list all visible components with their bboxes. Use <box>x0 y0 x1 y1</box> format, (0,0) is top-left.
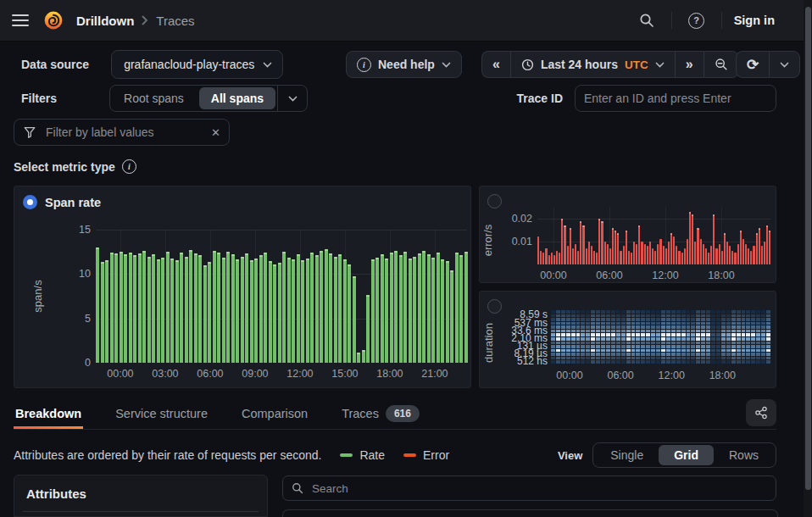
span-scope-toggle: Root spans All spans <box>109 85 308 112</box>
time-range-label: Last 24 hours <box>541 58 618 71</box>
tab-breakdown[interactable]: Breakdown <box>14 398 83 429</box>
filters-label: Filters <box>21 92 57 105</box>
share-button[interactable] <box>746 399 776 426</box>
error-legend-swatch <box>403 453 416 457</box>
chevron-right-icon <box>142 15 148 25</box>
span-rate-title: Span rate <box>45 196 101 209</box>
divider <box>671 12 672 29</box>
x-tick-label: 18:00 <box>708 270 734 281</box>
breadcrumb-page[interactable]: Traces <box>156 14 194 28</box>
funnel-icon <box>23 125 36 139</box>
clear-filter-icon[interactable]: ✕ <box>211 126 220 139</box>
refresh-icon: ⟳ <box>747 58 759 72</box>
trace-id-label: Trace ID <box>517 92 563 105</box>
view-option-rows[interactable]: Rows <box>714 445 774 465</box>
y-tick-label: 0 <box>18 357 91 369</box>
double-chevron-right-icon: » <box>686 58 693 71</box>
timezone-label: UTC <box>625 58 648 71</box>
double-chevron-left-icon: « <box>492 58 500 71</box>
breakdown-header-row: Attributes are ordered by their rate of … <box>14 440 776 470</box>
label-filter-input[interactable] <box>44 125 203 140</box>
scrollbar-thumb[interactable] <box>805 7 811 490</box>
clock-icon <box>521 58 534 71</box>
need-help-button[interactable]: i Need help <box>346 51 462 78</box>
legend-rate: Rate <box>340 448 385 462</box>
chevron-down-icon <box>263 62 272 68</box>
x-tick-label: 18:00 <box>376 368 403 380</box>
data-source-select[interactable]: grafanacloud-play-traces <box>111 50 283 79</box>
view-toggle-group: View Single Grid Rows <box>558 442 776 468</box>
time-forward-button[interactable]: » <box>675 51 704 78</box>
error-rate-panel: error/s 0.010.02 00:0006:0012:0018:00 <box>479 186 776 283</box>
y-tick-label: 15 <box>18 224 91 236</box>
x-tick-label: 12:00 <box>659 370 685 381</box>
menu-icon[interactable] <box>12 14 29 26</box>
chevron-down-icon <box>288 96 298 102</box>
time-picker-group: « Last 24 hours UTC » <box>481 51 739 78</box>
x-tick-label: 03:00 <box>152 368 178 380</box>
search-input[interactable] <box>310 481 767 496</box>
chevron-down-icon <box>780 62 789 68</box>
tab-comparison[interactable]: Comparison <box>240 398 309 429</box>
legend-error: Error <box>403 448 449 462</box>
view-label: View <box>558 449 582 462</box>
ordering-note: Attributes are ordered by their rate of … <box>14 448 321 462</box>
x-tick-label: 09:00 <box>242 368 268 380</box>
datasource-row: Data source grafanacloud-play-traces i N… <box>21 51 776 78</box>
x-tick-label: 21:00 <box>421 368 448 380</box>
y-tick-label: 512 ns <box>490 355 548 367</box>
search-icon <box>292 482 303 494</box>
time-range-button[interactable]: Last 24 hours UTC <box>510 51 675 78</box>
y-tick-label: 5 <box>18 313 91 325</box>
error_rate-bars <box>537 207 770 264</box>
info-icon[interactable]: i <box>122 159 136 174</box>
tab-bar: Breakdown Service structure Comparison T… <box>14 398 776 430</box>
x-tick-label: 06:00 <box>197 368 223 380</box>
search-icon[interactable] <box>634 8 659 33</box>
zoom-out-button[interactable] <box>704 51 739 78</box>
error-rate-radio[interactable] <box>487 194 502 208</box>
view-option-single[interactable]: Single <box>595 445 659 465</box>
duration-heatmap-plot[interactable] <box>551 310 770 364</box>
x-tick-label: 18:00 <box>709 370 736 381</box>
duration-panel: duration 8.59 s537 ms33.6 ms2.10 ms131 µ… <box>479 291 776 388</box>
breadcrumb: Drilldown Traces <box>76 14 195 28</box>
tab-service-structure[interactable]: Service structure <box>114 398 209 429</box>
need-help-label: Need help <box>378 58 435 71</box>
traces-count-badge: 616 <box>386 405 420 422</box>
y-tick-label: 0.01 <box>485 236 532 247</box>
time-back-button[interactable]: « <box>481 51 510 78</box>
x-tick-label: 15:00 <box>331 368 358 380</box>
grafana-logo[interactable] <box>42 9 64 31</box>
toggle-dropdown-button[interactable] <box>277 86 307 111</box>
trace-id-group: Trace ID <box>517 85 776 112</box>
toggle-root-spans[interactable]: Root spans <box>110 86 197 111</box>
y-tick-label: 0.02 <box>485 213 532 225</box>
error-rate-plot[interactable] <box>537 207 770 264</box>
metric-type-row: Select metric type i <box>14 159 136 174</box>
x-tick-label: 06:00 <box>596 270 622 281</box>
breadcrumb-app[interactable]: Drilldown <box>76 14 134 28</box>
span-rate-radio[interactable] <box>23 195 37 209</box>
refresh-button[interactable]: ⟳ <box>736 51 769 78</box>
span-rate-panel: Span rate span/s 051015 00:0003:0006:000… <box>14 186 471 388</box>
attribute-search-box <box>282 475 776 501</box>
view-option-grid[interactable]: Grid <box>659 445 714 465</box>
y-axis-label: span/s <box>31 280 44 312</box>
x-tick-label: 12:00 <box>286 368 313 380</box>
label-filter-box: ✕ <box>14 119 230 146</box>
refresh-interval-dropdown[interactable] <box>769 51 800 78</box>
tab-traces[interactable]: Traces 616 <box>340 398 421 429</box>
refresh-group: ⟳ <box>736 51 800 78</box>
share-icon <box>754 406 768 420</box>
x-tick-label: 00:00 <box>540 270 566 281</box>
toggle-all-spans[interactable]: All spans <box>199 87 275 109</box>
span-rate-plot[interactable] <box>96 230 467 363</box>
help-icon[interactable]: ? <box>684 8 709 33</box>
trace-id-input[interactable] <box>575 85 776 112</box>
attributes-panel: Attributes <box>14 475 268 517</box>
metric-type-label: Select metric type <box>14 160 115 174</box>
chevron-down-icon <box>655 62 665 68</box>
grafana-drilldown-traces-app: Drilldown Traces ? Sign in Data source g… <box>0 0 812 517</box>
sign-in-button[interactable]: Sign in <box>734 14 775 27</box>
